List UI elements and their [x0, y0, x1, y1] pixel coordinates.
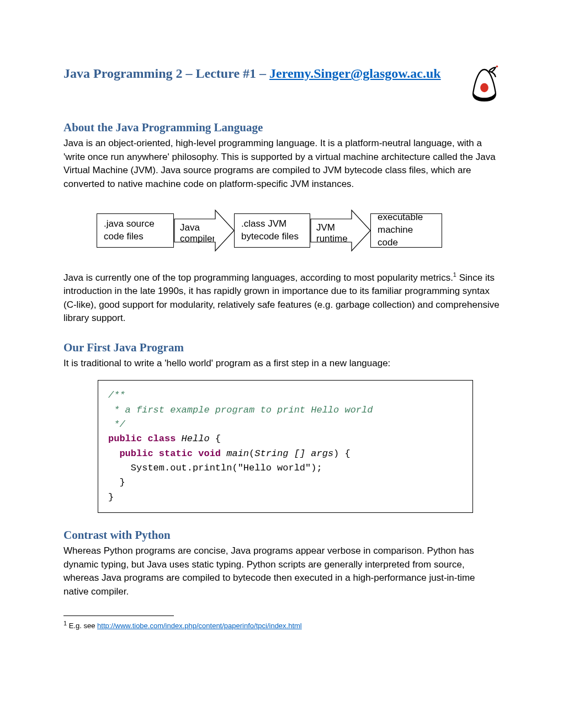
- code-close1: }: [108, 477, 125, 488]
- title-prefix: Java Programming 2 – Lecture #1 –: [63, 66, 269, 81]
- about-paragraph: Java is an object-oriented, high-level p…: [63, 137, 500, 191]
- section-heading-about: About the Java Programming Language: [63, 121, 500, 135]
- diagram-box-bytecode: .class JVM bytecode files: [234, 213, 310, 248]
- compilation-diagram: .java source code files Java compiler .c…: [63, 207, 500, 254]
- title-email-link[interactable]: Jeremy.Singer@glasgow.ac.uk: [269, 66, 441, 81]
- code-method: main: [221, 448, 249, 459]
- code-keyword: public class: [108, 433, 176, 444]
- footnote-rule: [63, 615, 174, 616]
- code-close2: }: [108, 492, 114, 502]
- section-heading-contrast: Contrast with Python: [63, 528, 500, 542]
- code-classname: Hello: [176, 433, 209, 444]
- footnote-prefix: E.g. see: [67, 622, 97, 630]
- page-title: Java Programming 2 – Lecture #1 – Jeremy…: [63, 66, 441, 81]
- diagram-arrow-runtime: JVM runtime: [309, 207, 372, 254]
- code-params-close: ) {: [333, 448, 350, 459]
- code-println: System.out.println("Hello world");: [108, 463, 322, 473]
- footnote-link[interactable]: http://www.tiobe.com/index.php/content/p…: [97, 622, 302, 630]
- contrast-paragraph: Whereas Python programs are concise, Jav…: [63, 544, 500, 599]
- java-duke-icon: [469, 64, 500, 105]
- code-pre: /** * a first example program to print H…: [108, 388, 463, 505]
- footnote: 1 E.g. see http://www.tiobe.com/index.ph…: [63, 619, 500, 631]
- code-listing: /** * a first example program to print H…: [98, 380, 473, 513]
- code-keyword: public static void: [119, 448, 221, 459]
- arrow-label-runtime: JVM runtime: [316, 222, 350, 244]
- arrow-label-compiler: Java compiler: [180, 222, 214, 244]
- svg-point-1: [496, 66, 498, 68]
- code-comment-line: */: [108, 419, 125, 430]
- code-params-open: (: [249, 448, 254, 459]
- code-comment-line: /**: [108, 390, 125, 400]
- page: Java Programming 2 – Lecture #1 – Jeremy…: [0, 0, 563, 728]
- code-params: String [] args: [254, 448, 333, 459]
- header-row: Java Programming 2 – Lecture #1 – Jeremy…: [63, 66, 500, 105]
- text-before-ref: Java is currently one of the top program…: [63, 272, 453, 282]
- code-brace: {: [210, 433, 221, 444]
- svg-point-0: [480, 83, 488, 93]
- diagram-arrow-compiler: Java compiler: [172, 207, 236, 254]
- diagram-box-source: .java source code files: [97, 213, 174, 248]
- code-comment-line: * a first example program to print Hello…: [108, 405, 373, 415]
- section-heading-first: Our First Java Program: [63, 341, 500, 355]
- diagram-box-executable: executable machine code: [370, 213, 442, 248]
- first-paragraph: It is traditional to write a 'hello worl…: [63, 357, 500, 371]
- about-paragraph-2: Java is currently one of the top program…: [63, 271, 500, 325]
